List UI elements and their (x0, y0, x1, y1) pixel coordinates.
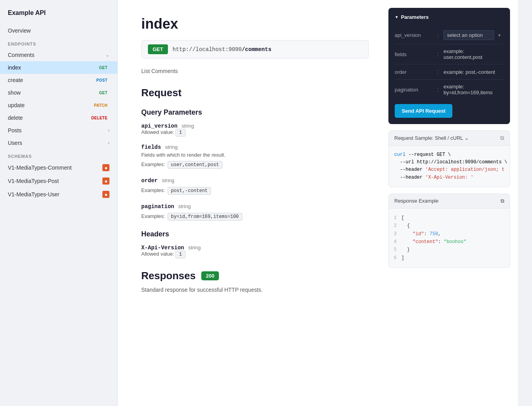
param-examples: by=id,from=169,items=100 (168, 213, 242, 221)
sidebar-item-label: update (8, 102, 25, 108)
sidebar-item-label: Comments (8, 52, 35, 58)
allowed-value-tag: 1 (175, 129, 185, 137)
section-headers: Headers (141, 230, 369, 238)
http-method-badge: GET (148, 44, 168, 54)
parameters-box-header: ▼ Parameters (395, 14, 504, 20)
sidebar: Example API Overview ENDPOINTS Comments … (0, 0, 118, 406)
param-row-order: order : example: post,-content (395, 64, 504, 80)
url-path: /comments (242, 46, 271, 53)
method-badge-patch: PATCH (92, 102, 109, 108)
responses-title: Responses (141, 270, 196, 282)
sidebar-title: Example API (0, 9, 117, 24)
triangle-icon: ▼ (395, 15, 399, 19)
sidebar-item-label: create (8, 77, 23, 83)
example-tag: user,content,post (168, 161, 222, 169)
code-line: --url http://localhost:9090/comments \ (394, 159, 504, 166)
method-badge-post: POST (95, 77, 109, 83)
sidebar-item-posts[interactable]: Posts › (0, 124, 117, 137)
param-type: string (182, 123, 194, 129)
response-example-header: Response Example ⧉ (389, 194, 510, 208)
schema-icon: ■ (102, 177, 109, 185)
params-value-pagination: example: by=id,from=169,items (443, 84, 504, 95)
examples-label: Examples: (141, 187, 165, 193)
code-line: curl --request GET \ (394, 151, 504, 159)
examples-label: Examples: (141, 213, 165, 219)
line-number: 2 (389, 222, 401, 230)
response-line: 4 "content": "boohoo" (389, 238, 504, 246)
sidebar-item-label: show (8, 90, 21, 96)
params-key: pagination (395, 87, 434, 93)
param-row-api-version: api_version : select an option 1 (395, 26, 504, 44)
param-api-version: api_version string Allowed value: 1 (141, 122, 369, 135)
method-badge-get: GET (97, 65, 109, 71)
param-type: string (188, 245, 201, 251)
api-version-select[interactable]: select an option 1 (443, 30, 494, 40)
params-key: order (395, 69, 434, 75)
params-value-fields: example: user,content,post (443, 48, 504, 60)
response-line: 2 { (389, 222, 504, 230)
sidebar-item-schema-post[interactable]: V1-MediaTypes-Post ■ (0, 174, 117, 188)
param-row-fields: fields : example: user,content,post (395, 44, 504, 64)
param-name: api_version (141, 123, 177, 129)
sidebar-item-label: Overview (8, 27, 31, 34)
section-request: Request (141, 87, 369, 99)
sidebar-item-delete[interactable]: delete DELETE (0, 112, 117, 124)
response-line: 3 "id": 750, (389, 230, 504, 238)
line-code: } (401, 246, 410, 254)
main-content: index GET http://localhost:9090/comments… (118, 0, 384, 406)
param-allowed: Allowed value: 1 (141, 251, 369, 257)
status-badge: 200 (201, 271, 219, 280)
page-title: index (141, 16, 369, 32)
param-order: order string Examples: post,-content (141, 177, 369, 195)
schema-label: V1-MediaTypes-Post (8, 178, 59, 184)
parameters-box: ▼ Parameters api_version : select an opt… (388, 8, 510, 124)
line-number: 6 (389, 254, 401, 262)
param-name: pagination (141, 203, 174, 210)
sidebar-item-label: Users (8, 140, 22, 146)
response-line: 1 [ (389, 214, 504, 222)
line-code: "content": "boohoo" (401, 238, 466, 246)
endpoint-url: http://localhost:9090/comments (173, 46, 271, 53)
schema-label: V1-MediaTypes-User (8, 191, 60, 198)
copy-icon[interactable]: ⧉ (501, 198, 504, 204)
sidebar-item-update[interactable]: update PATCH (0, 99, 117, 112)
param-name: X-Api-Version (141, 245, 184, 251)
sidebar-item-create[interactable]: create POST (0, 74, 117, 86)
response-example-box: Response Example ⧉ 1 [ 2 { 3 "id": 750, … (388, 194, 510, 268)
params-key: api_version (395, 32, 434, 38)
param-x-api-version: X-Api-Version string Allowed value: 1 (141, 244, 369, 257)
request-sample-header: Request Sample: Shell / cURL ⌄ ⧉ (389, 131, 510, 146)
allowed-value-tag: 1 (175, 251, 185, 258)
line-code: ] (401, 254, 404, 262)
line-code: { (401, 222, 410, 230)
sidebar-item-users[interactable]: Users › (0, 137, 117, 149)
param-fields: fields string Fields with which to rende… (141, 143, 369, 169)
parameters-title: Parameters (401, 14, 429, 20)
sidebar-item-overview[interactable]: Overview (0, 24, 117, 37)
sidebar-item-label: index (8, 64, 21, 71)
chevron-right-icon: › (108, 128, 109, 133)
chevron-down-icon: ⌄ (106, 52, 109, 58)
sidebar-item-label: Posts (8, 127, 22, 134)
sidebar-item-show[interactable]: show GET (0, 86, 117, 99)
sidebar-item-index[interactable]: index GET (0, 61, 117, 74)
select-wrapper[interactable]: select an option 1 (443, 30, 504, 40)
sidebar-item-schema-comment[interactable]: V1-MediaTypes-Comment ■ (0, 161, 117, 174)
copy-icon[interactable]: ⧉ (500, 135, 504, 141)
request-sample-code: curl --request GET \ --url http://localh… (389, 146, 510, 187)
method-badge-delete: DELETE (89, 115, 109, 121)
sidebar-item-comments[interactable]: Comments ⌄ (0, 49, 117, 61)
sidebar-item-schema-user[interactable]: V1-MediaTypes-User ■ (0, 188, 117, 201)
line-number: 3 (389, 230, 401, 238)
param-type: string (178, 203, 191, 209)
response-example-title: Response Example (394, 198, 439, 204)
url-base: http://localhost:9090 (173, 46, 242, 53)
chevron-right-icon: › (108, 140, 109, 146)
example-tag: by=id,from=169,items=100 (168, 213, 242, 221)
send-api-request-button[interactable]: Send API Request (395, 104, 452, 118)
request-sample-title: Request Sample: Shell / cURL ⌄ (394, 135, 469, 141)
params-colon: : (437, 68, 439, 75)
schema-icon: ■ (102, 191, 109, 198)
sidebar-section-endpoints: ENDPOINTS (0, 37, 117, 49)
param-desc: Fields with which to render the result. (141, 152, 369, 158)
